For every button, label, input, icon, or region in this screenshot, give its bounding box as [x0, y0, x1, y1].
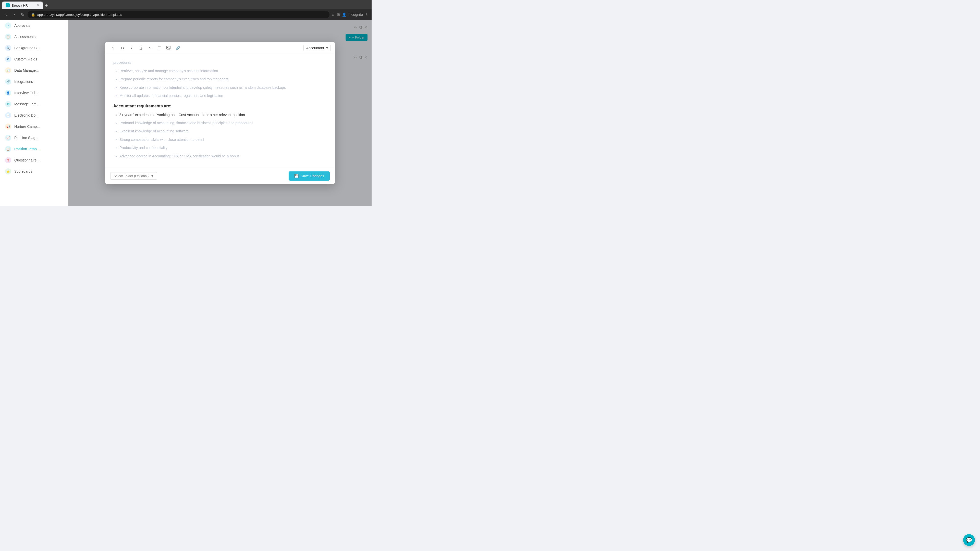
sidebar-item-data-manage[interactable]: 📊 Data Manage... — [0, 65, 68, 76]
italic-icon: I — [131, 46, 132, 50]
sidebar-item-custom-fields[interactable]: ⚙ Custom Fields — [0, 54, 68, 65]
incognito-label: Incognito — [348, 13, 363, 17]
sidebar-item-questionnaire[interactable]: ❓ Questionnaire... — [0, 155, 68, 166]
sidebar-item-background[interactable]: 🔍 Background C... — [0, 42, 68, 54]
main-layout: ✓ Approvals 📋 Assessments 🔍 Background C… — [0, 20, 372, 206]
dropdown-arrow-icon: ▾ — [326, 46, 328, 50]
address-text: app.breezy.hr/app/c/moodjoy/company/posi… — [37, 13, 122, 17]
sidebar-item-interview-gui[interactable]: 👤 Interview Gui... — [0, 87, 68, 98]
sidebar-icon-approvals: ✓ — [5, 22, 11, 29]
sidebar: ✓ Approvals 📋 Assessments 🔍 Background C… — [0, 20, 68, 206]
bullet-item-1: Retrieve, analyze and manage company's a… — [119, 68, 327, 74]
paragraph-button[interactable]: ¶ — [109, 44, 118, 52]
forward-button[interactable]: › — [11, 12, 18, 17]
sidebar-label-approvals: Approvals — [14, 24, 30, 27]
star-icon[interactable]: ☆ — [331, 13, 335, 17]
sidebar-label-background: Background C... — [14, 46, 40, 50]
strikethrough-icon: S — [149, 46, 151, 50]
req-item-4: Strong computation skills with close att… — [119, 137, 327, 142]
tab-close-button[interactable]: ✕ — [37, 3, 39, 7]
sidebar-label-interview-gui: Interview Gui... — [14, 91, 38, 95]
save-changes-button[interactable]: 💾 Save Changes — [289, 171, 330, 181]
underline-button[interactable]: U — [137, 44, 145, 52]
reload-button[interactable]: ↻ — [19, 12, 25, 17]
modal-toolbar: ¶ B I U S ☰ — [105, 42, 335, 54]
sidebar-label-electronic-do: Electronic Do... — [14, 113, 38, 118]
sidebar-icon-questionnaire: ❓ — [5, 157, 11, 163]
sidebar-item-scorecards[interactable]: ⭐ Scorecards — [0, 166, 68, 177]
sidebar-item-electronic-do[interactable]: 📄 Electronic Do... — [0, 110, 68, 121]
link-icon: 🔗 — [176, 46, 180, 50]
sidebar-item-position-temp[interactable]: 📋 Position Temp... — [0, 143, 68, 155]
sidebar-item-nurture-camp[interactable]: 📢 Nurture Camp... — [0, 121, 68, 132]
sidebar-label-data-manage: Data Manage... — [14, 68, 39, 73]
folder-select-label: Select Folder (Optional) — [114, 174, 148, 178]
browser-tab[interactable]: B Breezy HR ✕ — [2, 2, 43, 9]
bullet-item-2: Prepare periodic reports for company's e… — [119, 76, 327, 82]
folder-select-arrow-icon: ▼ — [151, 174, 154, 178]
new-tab-button[interactable]: + — [43, 2, 50, 9]
back-button[interactable]: ‹ — [3, 12, 9, 17]
req-item-1: 3+ years' experience of working on a Cos… — [119, 112, 327, 118]
sidebar-icon-integrations: 🔗 — [5, 79, 11, 85]
sidebar-icon-electronic-do: 📄 — [5, 112, 11, 118]
strikethrough-button[interactable]: S — [146, 44, 154, 52]
bullet-item-4: Monitor all updates to financial policie… — [119, 93, 327, 98]
sidebar-label-position-temp: Position Temp... — [14, 147, 40, 151]
sidebar-item-message-tem[interactable]: ✉ Message Tem... — [0, 98, 68, 110]
req-item-5: Productivity and confidentiality — [119, 145, 327, 151]
bullet-item-3: Keep corporate information confidential … — [119, 85, 327, 90]
edit-template-modal: ¶ B I U S ☰ — [105, 42, 335, 184]
template-dropdown[interactable]: Accountant ▾ — [304, 44, 331, 51]
tab-title: Breezy HR — [12, 3, 28, 7]
sidebar-icon-data-manage: 📊 — [5, 67, 11, 73]
sidebar-label-scorecards: Scorecards — [14, 169, 32, 173]
bold-button[interactable]: B — [118, 44, 127, 52]
sidebar-item-approvals[interactable]: ✓ Approvals — [0, 20, 68, 31]
sidebar-icon-pipeline-stag: 📈 — [5, 135, 11, 141]
folder-select-dropdown[interactable]: Select Folder (Optional) ▼ — [110, 172, 157, 179]
lock-icon: 🔒 — [31, 13, 35, 17]
colored-bullets-list: Retrieve, analyze and manage company's a… — [113, 68, 327, 99]
list-button[interactable]: ☰ — [155, 44, 163, 52]
underline-icon: U — [140, 46, 142, 50]
sidebar-icon-scorecards: ⭐ — [5, 168, 11, 175]
sidebar-icon-assessments: 📋 — [5, 34, 11, 40]
image-button[interactable] — [164, 44, 172, 52]
italic-button[interactable]: I — [127, 44, 136, 52]
svg-rect-0 — [167, 46, 170, 49]
sidebar-item-assessments[interactable]: 📋 Assessments — [0, 31, 68, 42]
sidebar-label-custom-fields: Custom Fields — [14, 57, 37, 61]
profile-icon[interactable]: 👤 — [342, 13, 346, 17]
menu-icon[interactable]: ⋮ — [365, 13, 369, 17]
extensions-icon[interactable]: ⊞ — [337, 13, 340, 17]
requirements-heading: Accountant requirements are: — [113, 104, 327, 108]
image-icon — [166, 46, 170, 50]
bold-icon: B — [121, 46, 124, 50]
sidebar-icon-interview-gui: 👤 — [5, 90, 11, 96]
req-item-3: Excellent knowledge of accounting softwa… — [119, 128, 327, 134]
sidebar-item-integrations[interactable]: 🔗 Integrations — [0, 76, 68, 87]
save-btn-label: Save Changes — [301, 174, 324, 178]
sidebar-label-questionnaire: Questionnaire... — [14, 158, 40, 162]
req-item-6: Advanced degree in Accounting; CPA or CM… — [119, 153, 327, 159]
modal-body[interactable]: procedures Retrieve, analyze and manage … — [105, 54, 335, 168]
sidebar-icon-background: 🔍 — [5, 45, 11, 51]
address-bar: ‹ › ↻ 🔒 app.breezy.hr/app/c/moodjoy/comp… — [0, 9, 372, 20]
tab-favicon: B — [6, 3, 10, 7]
sidebar-icon-custom-fields: ⚙ — [5, 56, 11, 62]
sidebar-label-message-tem: Message Tem... — [14, 102, 40, 106]
intro-text: procedures — [113, 60, 327, 65]
modal-footer: Select Folder (Optional) ▼ 💾 Save Change… — [105, 168, 335, 184]
sidebar-label-integrations: Integrations — [14, 79, 33, 84]
link-button[interactable]: 🔗 — [173, 44, 182, 52]
sidebar-label-pipeline-stag: Pipeline Stag... — [14, 136, 38, 140]
req-item-2: Profound knowledge of accounting, financ… — [119, 120, 327, 126]
sidebar-label-assessments: Assessments — [14, 35, 35, 39]
browser-action-icons: ☆ ⊞ 👤 Incognito ⋮ — [331, 13, 369, 17]
requirements-list: 3+ years' experience of working on a Cos… — [113, 112, 327, 159]
sidebar-icon-message-tem: ✉ — [5, 101, 11, 107]
paragraph-icon: ¶ — [112, 46, 115, 50]
address-field[interactable]: 🔒 app.breezy.hr/app/c/moodjoy/company/po… — [27, 11, 329, 18]
sidebar-item-pipeline-stag[interactable]: 📈 Pipeline Stag... — [0, 132, 68, 143]
